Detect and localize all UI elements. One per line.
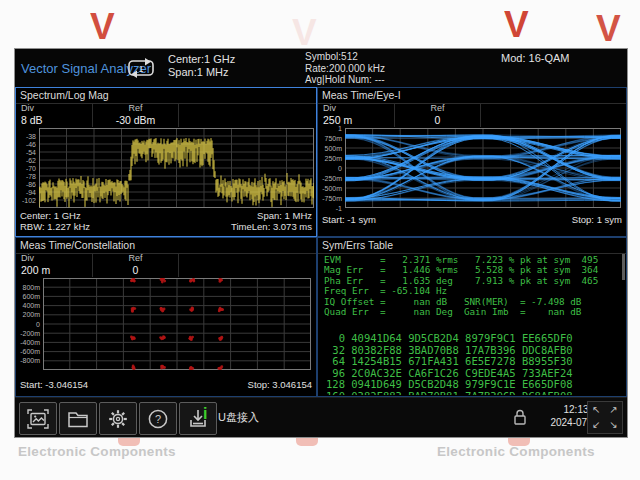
screenshot-button[interactable]: [19, 402, 57, 435]
sym-errs-table-panel[interactable]: Sym/Errs Table EVM = 2.371 %rms 7.223 % …: [317, 237, 627, 397]
symbol-rate-readout: Rate:200.000 kHz: [305, 63, 385, 75]
svg-text:?: ?: [155, 413, 161, 425]
screenshot-icon: [26, 408, 50, 430]
watermark-text: Electronic Components: [437, 444, 595, 459]
div-label: Div: [21, 253, 92, 264]
analyzer-screen: Vector Signal Analyzer 1 Center:1 GHz Sp…: [14, 48, 628, 438]
window-arrange-button[interactable]: ↖ ↗ ↙ ↘: [587, 401, 623, 434]
div-label: Div: [323, 103, 394, 114]
constellation-scale-header: Div 200 m Ref 0: [16, 253, 316, 277]
constellation-y-axis-labels: 800m600m400m200m0-200m-400m-600m-800m: [16, 278, 42, 370]
div-value[interactable]: 250 m: [323, 114, 394, 126]
spectrum-trace-plot: [39, 128, 314, 208]
help-icon: ?: [146, 408, 170, 430]
eye-diagram-panel[interactable]: Meas Time/Eye-I Div 250 m Ref 0 1750m500…: [317, 87, 627, 237]
eye-start-annotation: Start: -1 sym: [322, 214, 376, 225]
eye-y-axis-labels: 1750m500m250m0-250m-500m-750m-1: [318, 128, 344, 208]
constellation-stop-annotation: Stop: 3.046154: [248, 379, 312, 390]
div-value[interactable]: 200 m: [21, 264, 92, 276]
avg-hold-readout: Avg|Hold Num: ---: [305, 74, 385, 86]
error-summary-text: EVM = 2.371 %rms 7.223 % pk at sym 495 M…: [324, 255, 598, 317]
lock-indicator[interactable]: [512, 408, 528, 430]
watermark-text: Electronic Components: [18, 444, 176, 459]
ref-label: Ref: [93, 103, 178, 114]
constellation-plot: [43, 278, 311, 370]
div-value[interactable]: 8 dB: [21, 114, 92, 126]
top-status-bar: Vector Signal Analyzer 1 Center:1 GHz Sp…: [15, 49, 627, 87]
info-icon: i: [203, 405, 207, 423]
gear-icon: [106, 408, 130, 430]
svg-text:1: 1: [138, 64, 143, 74]
constellation-start-annotation: Start: -3.046154: [20, 379, 88, 390]
brand-watermark-logo: V: [90, 8, 115, 45]
eye-trace-plot: [345, 128, 621, 208]
spectrum-span-annotation: Span: 1 MHz: [257, 210, 312, 221]
spectrum-timelen-annotation: TimeLen: 3.073 ms: [231, 221, 312, 232]
brand-watermark-logo: [296, 437, 318, 446]
symbol-hex-dump: 0 40941D64 9D5CB2D4 8979F9C1 EE665DF0 32…: [326, 333, 622, 395]
arrow-down-right-icon: ↘: [609, 420, 617, 430]
constellation-panel-title: Meas Time/Constellation: [16, 238, 316, 254]
settings-button[interactable]: [99, 402, 137, 435]
center-frequency-readout: Center:1 GHz: [168, 53, 235, 66]
brand-watermark-logo: V: [504, 6, 529, 43]
spectrum-center-annotation: Center: 1 GHz: [20, 210, 81, 221]
div-label: Div: [21, 103, 92, 114]
modulation-readout: Mod: 16-QAM: [501, 52, 569, 65]
ref-value[interactable]: 0: [93, 264, 178, 276]
symtable-scrollbar[interactable]: [622, 254, 625, 280]
ref-label: Ref: [93, 253, 178, 264]
ref-value[interactable]: -30 dBm: [93, 114, 178, 126]
eye-stop-annotation: Stop: 1 sym: [572, 214, 622, 225]
trace-loop-icon[interactable]: 1: [125, 57, 157, 83]
eye-scale-header: Div 250 m Ref 0: [318, 103, 626, 127]
spectrum-panel-title: Spectrum/Log Mag: [16, 88, 316, 104]
file-manager-button[interactable]: [59, 402, 97, 435]
save-button[interactable]: [179, 402, 217, 435]
arrow-up-right-icon: ↗: [609, 405, 617, 415]
help-button[interactable]: ?: [139, 402, 177, 435]
folder-icon: [66, 408, 90, 430]
spectrum-panel[interactable]: Spectrum/Log Mag Div 8 dB Ref -30 dBm -3…: [15, 87, 317, 237]
ref-label: Ref: [395, 103, 480, 114]
span-readout: Span:1 MHz: [168, 66, 235, 79]
arrow-up-left-icon: ↖: [592, 405, 600, 415]
eye-panel-title: Meas Time/Eye-I: [318, 88, 626, 104]
brand-watermark-logo: V: [596, 10, 621, 47]
arrow-down-left-icon: ↙: [592, 420, 600, 430]
spectrum-scale-header: Div 8 dB Ref -30 dBm: [16, 103, 316, 127]
ref-value[interactable]: 0: [395, 114, 480, 126]
lock-icon: [512, 408, 528, 426]
constellation-panel[interactable]: Meas Time/Constellation Div 200 m Ref 0 …: [15, 237, 317, 397]
sym-errs-title: Sym/Errs Table: [318, 238, 626, 254]
brand-watermark-logo: V: [292, 14, 317, 51]
bottom-toolbar: ? i U盘接入 12:13 2024-07-30: [15, 397, 627, 437]
usb-status-message: U盘接入: [218, 410, 259, 425]
spectrum-rbw-annotation: RBW: 1.227 kHz: [20, 221, 90, 232]
symbol-count-readout: Symbol:512: [305, 51, 385, 63]
spectrum-y-axis-labels: -38-46-54-62-70-78-86-94-102: [16, 128, 38, 208]
